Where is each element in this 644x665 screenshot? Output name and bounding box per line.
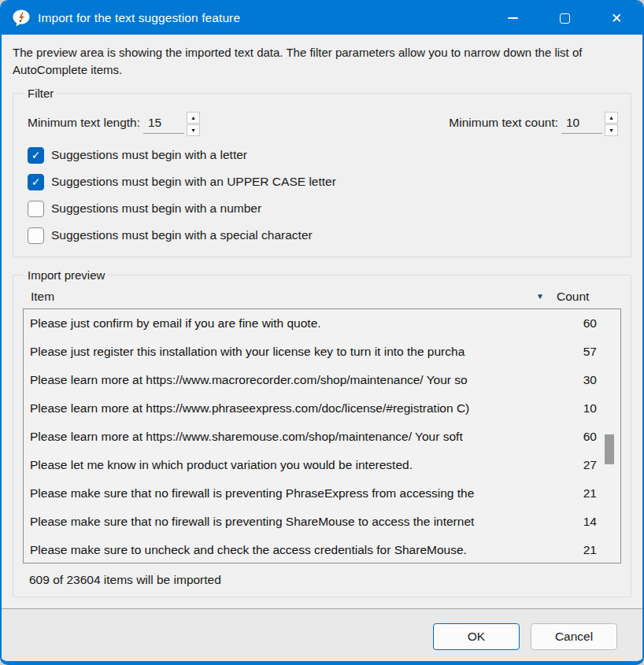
maximize-icon	[560, 13, 570, 24]
item-cell: Please just register this installation w…	[30, 345, 564, 359]
checkbox-begin-with-special[interactable]: ✓ Suggestions must begin with a special …	[28, 227, 621, 244]
item-cell: Please just confirm by email if you are …	[30, 316, 564, 331]
close-button[interactable]: ✕	[590, 2, 642, 35]
min-text-count-group: Minimum text count: 10 ▲ ▼	[449, 111, 618, 136]
checkbox-label: Suggestions must begin with an UPPER CAS…	[51, 175, 336, 189]
item-cell: Please learn more at https://www.phrasee…	[30, 401, 564, 416]
import-preview-groupbox: Import preview Item ▼ Count Please just …	[13, 268, 631, 597]
table-row[interactable]: Please make sure that no firewall is pre…	[24, 508, 620, 536]
checkbox-box[interactable]: ✓	[28, 201, 44, 217]
checkbox-label: Suggestions must begin with a special ch…	[51, 228, 313, 242]
dialog-content: The preview area is showing the imported…	[2, 35, 642, 608]
checkbox-box[interactable]: ✓	[28, 174, 44, 190]
min-text-length-label: Minimum text length:	[28, 111, 140, 130]
count-cell: 14	[564, 515, 620, 529]
min-text-length-input[interactable]: 15	[143, 111, 184, 134]
count-cell: 10	[564, 401, 620, 416]
table-row[interactable]: Please just register this installation w…	[24, 338, 620, 366]
checkbox-begin-with-number[interactable]: ✓ Suggestions must begin with a number	[28, 201, 621, 217]
arrow-up-icon: ▲	[609, 115, 614, 120]
import-status-text: 609 of 23604 items will be imported	[23, 563, 621, 592]
titlebar: Import for the text suggestion feature ✕	[2, 2, 642, 35]
sort-indicator-icon[interactable]: ▼	[536, 292, 544, 301]
ok-button[interactable]: OK	[433, 623, 520, 650]
dialog-window: Import for the text suggestion feature ✕…	[0, 0, 644, 665]
count-cell: 30	[564, 373, 620, 387]
spin-up-button[interactable]: ▲	[605, 112, 618, 124]
filter-spin-row: Minimum text length: 15 ▲ ▼ Minimum text…	[23, 105, 621, 147]
item-cell: Please make sure to uncheck and check th…	[30, 543, 564, 557]
item-cell: Please learn more at https://www.sharemo…	[30, 430, 564, 444]
filter-legend: Filter	[24, 87, 57, 100]
table-row[interactable]: Please learn more at https://www.phrasee…	[24, 394, 620, 423]
table-row[interactable]: Please learn more at https://www.macrore…	[24, 366, 620, 394]
arrow-down-icon: ▼	[609, 127, 614, 133]
table-header: Item ▼ Count	[23, 286, 621, 308]
table-row[interactable]: Please learn more at https://www.sharemo…	[24, 423, 620, 451]
spin-down-button[interactable]: ▼	[605, 124, 618, 136]
count-cell: 21	[564, 543, 620, 557]
window-controls: ✕	[487, 2, 642, 35]
table-row[interactable]: Please let me know in which product vari…	[24, 451, 620, 479]
table-row[interactable]: Please make sure to uncheck and check th…	[24, 536, 620, 563]
filter-groupbox: Filter Minimum text length: 15 ▲ ▼ Minim…	[13, 87, 631, 257]
minimize-button[interactable]	[487, 2, 539, 35]
spin-up-button[interactable]: ▲	[187, 112, 200, 124]
cancel-button[interactable]: Cancel	[531, 623, 617, 650]
item-cell: Please make sure that no firewall is pre…	[30, 486, 564, 501]
item-cell: Please learn more at https://www.macrore…	[30, 373, 564, 387]
count-cell: 57	[564, 345, 620, 359]
vertical-scrollbar-thumb[interactable]	[605, 434, 614, 464]
checkbox-begin-with-letter[interactable]: ✓ Suggestions must begin with a letter	[28, 147, 621, 164]
count-cell: 21	[564, 486, 620, 501]
table-row[interactable]: Please just confirm by email if you are …	[24, 309, 620, 338]
spin-down-button[interactable]: ▼	[187, 124, 200, 136]
preview-list: Please just confirm by email if you are …	[23, 308, 621, 563]
min-text-count-label: Minimum text count:	[449, 111, 558, 130]
checkbox-label: Suggestions must begin with a letter	[51, 148, 247, 162]
phraseexpress-app-icon	[11, 8, 31, 28]
column-header-count[interactable]: Count	[557, 290, 616, 304]
checkbox-label: Suggestions must begin with a number	[51, 201, 261, 216]
count-cell: 60	[564, 316, 620, 331]
minimize-icon	[508, 17, 518, 19]
min-text-count-spinner: ▲ ▼	[605, 112, 618, 136]
description-text: The preview area is showing the imported…	[13, 44, 628, 79]
item-cell: Please make sure that no firewall is pre…	[30, 515, 564, 529]
item-cell: Please let me know in which product vari…	[30, 458, 564, 472]
checkbox-begin-with-uppercase[interactable]: ✓ Suggestions must begin with an UPPER C…	[28, 174, 621, 190]
min-text-count-input[interactable]: 10	[561, 111, 602, 134]
arrow-down-icon: ▼	[191, 127, 196, 133]
close-icon: ✕	[611, 10, 622, 27]
footer-bar: OK Cancel	[2, 608, 642, 665]
table-row[interactable]: Please make sure that no firewall is pre…	[24, 479, 620, 508]
check-icon: ✓	[31, 175, 41, 188]
min-text-length-group: Minimum text length: 15 ▲ ▼	[28, 111, 200, 136]
arrow-up-icon: ▲	[191, 115, 196, 120]
check-icon: ✓	[31, 149, 41, 161]
checkbox-box[interactable]: ✓	[28, 147, 44, 164]
import-preview-legend: Import preview	[24, 268, 108, 282]
maximize-button[interactable]	[539, 2, 590, 35]
min-text-length-spinner: ▲ ▼	[187, 112, 200, 136]
checkbox-box[interactable]: ✓	[28, 227, 44, 244]
column-header-item[interactable]: Item	[31, 290, 536, 304]
window-title: Import for the text suggestion feature	[38, 11, 240, 25]
